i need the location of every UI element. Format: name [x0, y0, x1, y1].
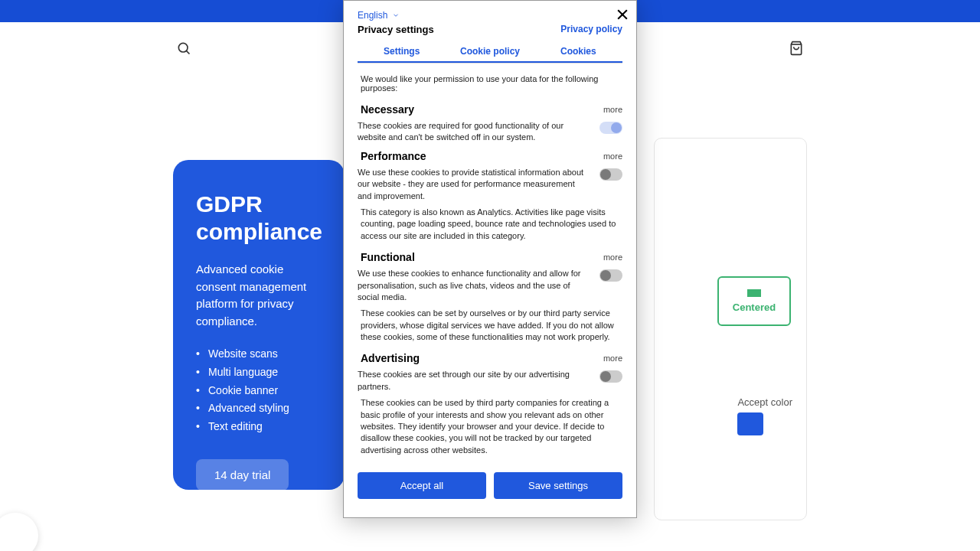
list-item: Website scans — [196, 345, 322, 364]
category-performance: Performance more We use these cookies to… — [358, 150, 622, 242]
category-extra: These cookies can be used by third party… — [361, 397, 619, 456]
language-selector[interactable]: English — [344, 1, 636, 24]
promo-description: Advanced cookie consent management platf… — [196, 261, 322, 330]
category-description: We use these cookies to enhance function… — [358, 268, 589, 303]
search-icon[interactable] — [176, 41, 191, 59]
promo-feature-list: Website scans Multi language Cookie bann… — [196, 345, 322, 436]
tab-cookies[interactable]: Cookies — [534, 41, 622, 63]
category-title: Functional — [361, 251, 415, 263]
layout-option-centered[interactable]: Centered — [717, 276, 791, 326]
category-advertising: Advertising more These cookies are set t… — [358, 352, 622, 456]
list-item: Text editing — [196, 418, 322, 436]
tab-settings[interactable]: Settings — [358, 41, 446, 63]
privacy-settings-modal: English Privacy settings Privacy policy … — [343, 0, 637, 518]
tab-cookie-policy[interactable]: Cookie policy — [446, 41, 534, 63]
modal-body: We would like your permission to use you… — [344, 64, 636, 463]
promo-title: GDPR compliance — [196, 191, 322, 246]
toggle-performance[interactable] — [599, 168, 622, 181]
accept-color-field: Accept color — [737, 396, 792, 435]
layout-swatch — [747, 289, 761, 297]
svg-line-1 — [186, 51, 189, 54]
category-description: These cookies are required for good func… — [358, 120, 589, 144]
toggle-functional[interactable] — [599, 269, 622, 282]
modal-title: Privacy settings — [358, 24, 434, 35]
category-description: These cookies are set through our site b… — [358, 369, 589, 393]
toggle-necessary — [599, 122, 622, 134]
category-title: Necessary — [361, 103, 414, 116]
category-title: Performance — [361, 150, 426, 162]
settings-panel: Centered — [654, 138, 807, 520]
svg-point-0 — [178, 43, 188, 52]
privacy-policy-link[interactable]: Privacy policy — [560, 24, 622, 35]
language-label: English — [358, 10, 387, 21]
list-item: Multi language — [196, 364, 322, 382]
toggle-advertising[interactable] — [599, 370, 622, 383]
save-settings-button[interactable]: Save settings — [494, 472, 622, 499]
intro-text: We would like your permission to use you… — [361, 74, 619, 93]
chat-bubble[interactable] — [0, 513, 38, 551]
more-link[interactable]: more — [603, 105, 622, 114]
category-title: Advertising — [361, 352, 420, 364]
category-functional: Functional more We use these cookies to … — [358, 251, 622, 343]
close-icon[interactable] — [615, 7, 630, 22]
accept-color-label: Accept color — [737, 396, 792, 408]
cart-icon[interactable] — [789, 41, 804, 59]
more-link[interactable]: more — [603, 354, 622, 363]
modal-tabs: Settings Cookie policy Cookies — [358, 41, 622, 64]
category-necessary: Necessary more These cookies are require… — [358, 103, 622, 144]
more-link[interactable]: more — [603, 253, 622, 262]
trial-button[interactable]: 14 day trial — [196, 459, 289, 491]
modal-footer: Accept all Save settings — [344, 463, 636, 517]
accept-color-swatch[interactable] — [737, 412, 763, 435]
more-link[interactable]: more — [603, 152, 622, 161]
category-extra: This category is also known as Analytics… — [361, 207, 619, 242]
accept-all-button[interactable]: Accept all — [358, 472, 486, 499]
category-description: We use these cookies to provide statisti… — [358, 167, 589, 202]
list-item: Advanced styling — [196, 399, 322, 418]
list-item: Cookie banner — [196, 382, 322, 400]
category-extra: These cookies can be set by ourselves or… — [361, 308, 619, 343]
chevron-down-icon — [392, 11, 400, 19]
promo-card: GDPR compliance Advanced cookie consent … — [173, 160, 345, 490]
layout-label: Centered — [730, 302, 778, 313]
